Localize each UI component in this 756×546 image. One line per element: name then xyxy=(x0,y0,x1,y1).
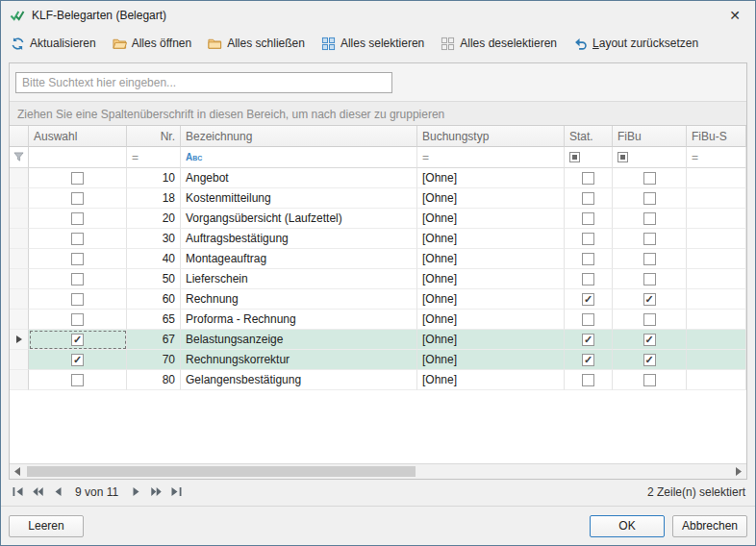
row-indicator[interactable] xyxy=(10,310,29,330)
checkbox[interactable]: ✓ xyxy=(582,334,594,346)
cell-fibu[interactable] xyxy=(613,249,687,269)
column-header-buchungstyp[interactable]: Buchungstyp xyxy=(417,126,565,147)
checkbox[interactable] xyxy=(582,313,594,326)
row-indicator[interactable] xyxy=(10,209,29,229)
cell-auswahl[interactable] xyxy=(29,370,127,390)
nav-next-icon[interactable] xyxy=(127,484,144,499)
cell-nr[interactable]: 67 xyxy=(127,330,181,350)
cell-stat[interactable] xyxy=(565,188,613,209)
filter-cell-buchungstyp[interactable]: = xyxy=(417,147,565,168)
cell-fibu[interactable] xyxy=(613,269,687,289)
grid-row-65[interactable]: 65Proforma - Rechnung[Ohne] xyxy=(10,310,746,330)
checkbox[interactable] xyxy=(582,233,594,245)
cell-fibus[interactable] xyxy=(687,269,746,289)
checkbox[interactable] xyxy=(71,374,84,386)
cell-fibu[interactable] xyxy=(613,209,687,229)
cell-bezeichnung[interactable]: Rechnung xyxy=(181,289,417,310)
cell-bezeichnung[interactable]: Proforma - Rechnung xyxy=(181,310,417,330)
cell-fibus[interactable] xyxy=(687,370,746,390)
cell-nr[interactable]: 60 xyxy=(127,289,181,310)
cell-auswahl[interactable] xyxy=(29,188,127,209)
toolbar-button-layout-zurucksetzen[interactable]: Layout zurücksetzen xyxy=(573,37,698,51)
cell-buchungstyp[interactable]: [Ohne] xyxy=(417,289,565,310)
row-indicator[interactable] xyxy=(10,188,29,209)
cell-auswahl[interactable] xyxy=(29,168,127,188)
cell-nr[interactable]: 50 xyxy=(127,269,181,289)
cell-fibus[interactable] xyxy=(687,249,746,269)
grid-row-60[interactable]: 60Rechnung[Ohne]✓✓ xyxy=(10,289,746,310)
checkbox[interactable]: ✓ xyxy=(643,354,656,366)
grid-row-50[interactable]: 50Lieferschein[Ohne] xyxy=(10,269,746,289)
grid-row-20[interactable]: 20Vorgangsübersicht (Laufzettel)[Ohne] xyxy=(10,209,746,229)
nav-first-icon[interactable] xyxy=(9,484,26,499)
cell-bezeichnung[interactable]: Gelangensbestätigung xyxy=(181,370,417,390)
cell-nr[interactable]: 18 xyxy=(127,188,181,209)
cell-fibus[interactable] xyxy=(687,188,746,209)
cell-fibu[interactable] xyxy=(613,168,687,188)
checkbox[interactable]: ✓ xyxy=(71,334,84,346)
nav-next-page-icon[interactable] xyxy=(147,484,164,499)
cell-fibus[interactable] xyxy=(687,229,746,249)
cell-buchungstyp[interactable]: [Ohne] xyxy=(417,269,565,289)
cell-nr[interactable]: 20 xyxy=(127,209,181,229)
grid-row-18[interactable]: 18Kostenmitteilung[Ohne] xyxy=(10,188,746,209)
ok-button[interactable]: OK xyxy=(590,515,665,537)
cell-nr[interactable]: 65 xyxy=(127,310,181,330)
checkbox[interactable] xyxy=(71,233,84,245)
checkbox[interactable] xyxy=(71,273,84,285)
filter-cell-fibus[interactable]: = xyxy=(687,147,746,168)
cell-stat[interactable] xyxy=(565,209,613,229)
group-by-panel[interactable]: Ziehen Sie eine Spaltenüberschrift in di… xyxy=(10,101,746,126)
checkbox[interactable]: ✓ xyxy=(582,354,594,366)
checkbox[interactable] xyxy=(643,313,656,326)
checkbox[interactable]: ✓ xyxy=(643,293,656,306)
cell-buchungstyp[interactable]: [Ohne] xyxy=(417,310,565,330)
close-button[interactable]: ✕ xyxy=(715,1,755,30)
cell-buchungstyp[interactable]: [Ohne] xyxy=(417,188,565,209)
cell-fibu[interactable] xyxy=(613,188,687,209)
cell-nr[interactable]: 10 xyxy=(127,168,181,188)
checkbox[interactable]: ✓ xyxy=(582,293,594,306)
cell-bezeichnung[interactable]: Vorgangsübersicht (Laufzettel) xyxy=(181,209,417,229)
grid-row-67[interactable]: ✓67Belastungsanzeige[Ohne]✓✓ xyxy=(10,330,746,350)
checkbox[interactable] xyxy=(643,212,656,225)
cell-fibu[interactable] xyxy=(613,310,687,330)
cell-buchungstyp[interactable]: [Ohne] xyxy=(417,350,565,370)
cell-stat[interactable] xyxy=(565,370,613,390)
row-indicator[interactable] xyxy=(10,168,29,188)
scroll-left-icon[interactable] xyxy=(10,464,25,479)
cell-fibus[interactable] xyxy=(687,330,746,350)
row-indicator[interactable] xyxy=(10,370,29,390)
cell-buchungstyp[interactable]: [Ohne] xyxy=(417,330,565,350)
search-input[interactable] xyxy=(15,72,392,93)
row-indicator[interactable] xyxy=(10,229,29,249)
cell-fibu[interactable] xyxy=(613,229,687,249)
cell-fibus[interactable] xyxy=(687,310,746,330)
cell-stat[interactable] xyxy=(565,310,613,330)
grid-row-70[interactable]: ✓70Rechnungskorrektur[Ohne]✓✓ xyxy=(10,350,746,370)
cell-stat[interactable]: ✓ xyxy=(565,330,613,350)
cell-nr[interactable]: 30 xyxy=(127,229,181,249)
toolbar-button-alles-offnen[interactable]: Alles öffnen xyxy=(113,37,192,51)
toolbar-button-alles-schliessen[interactable]: Alles schließen xyxy=(208,37,305,51)
cell-stat[interactable] xyxy=(565,229,613,249)
column-header-auswahl[interactable]: Auswahl xyxy=(29,126,127,147)
cell-nr[interactable]: 40 xyxy=(127,249,181,269)
nav-prev-icon[interactable] xyxy=(49,484,66,499)
cell-auswahl[interactable] xyxy=(29,269,127,289)
cell-stat[interactable] xyxy=(565,168,613,188)
column-header-nr[interactable]: Nr. xyxy=(127,126,181,147)
leeren-button[interactable]: Leeren xyxy=(9,515,84,537)
filter-cell-bezeichnung[interactable]: ABC xyxy=(181,147,417,168)
column-header-fibu[interactable]: FiBu xyxy=(613,126,687,147)
cell-fibu[interactable]: ✓ xyxy=(613,289,687,310)
filter-cell-stat[interactable] xyxy=(565,147,613,168)
checkbox[interactable] xyxy=(643,192,656,205)
toolbar-button-alles-selektieren[interactable]: Alles selektieren xyxy=(321,37,424,51)
row-indicator[interactable] xyxy=(10,289,29,310)
cell-bezeichnung[interactable]: Montageauftrag xyxy=(181,249,417,269)
checkbox[interactable] xyxy=(582,374,594,386)
cell-auswahl[interactable] xyxy=(29,310,127,330)
toolbar-button-alles-deselektieren[interactable]: Alles deselektieren xyxy=(441,37,557,51)
grid-row-30[interactable]: 30Auftragsbestätigung[Ohne] xyxy=(10,229,746,249)
